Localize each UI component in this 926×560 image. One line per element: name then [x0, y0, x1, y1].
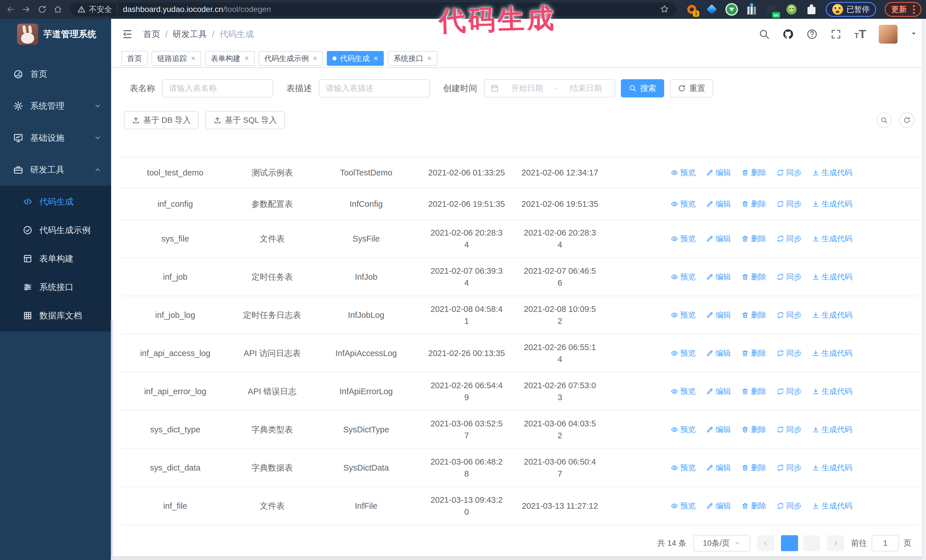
row-action-link[interactable]: 同步 [777, 271, 802, 283]
row-action-link[interactable]: 删除 [741, 233, 766, 245]
extension-columns-icon[interactable] [746, 4, 757, 15]
row-action-link[interactable]: 预览 [671, 424, 696, 436]
row-action-link[interactable]: 生成代码 [812, 500, 852, 512]
github-icon[interactable] [782, 29, 794, 40]
browser-menu-icon[interactable] [913, 5, 915, 14]
browser-home-icon[interactable] [52, 3, 64, 16]
row-action-link[interactable]: 编辑 [706, 500, 731, 512]
row-action-link[interactable]: 删除 [741, 167, 766, 179]
collapse-menu-icon[interactable] [121, 28, 133, 40]
row-action-link[interactable]: 同步 [777, 500, 802, 512]
font-size-icon[interactable]: TT [854, 28, 866, 40]
row-action-link[interactable]: 编辑 [706, 347, 731, 359]
close-icon[interactable]: × [427, 54, 432, 63]
sidebar-submenu-item[interactable]: 代码生成示例 [0, 216, 111, 245]
app-logo[interactable]: 芋道管理系统 [0, 19, 111, 50]
row-action-link[interactable]: 删除 [741, 347, 766, 359]
row-action-link[interactable]: 同步 [777, 167, 802, 179]
search-icon[interactable] [758, 29, 770, 40]
page-number-button[interactable] [781, 535, 798, 551]
row-action-link[interactable]: 编辑 [706, 233, 731, 245]
row-action-link[interactable]: 预览 [671, 271, 696, 283]
row-action-link[interactable]: 同步 [777, 198, 802, 210]
breadcrumb-section[interactable]: 研发工具 [172, 29, 207, 40]
sidebar-menu-item[interactable]: 研发工具 [0, 154, 111, 186]
row-action-link[interactable]: 预览 [671, 309, 696, 321]
page-number-button[interactable] [803, 535, 820, 551]
view-tab[interactable]: 代码生成示例 × [259, 51, 323, 66]
row-action-link[interactable]: 预览 [671, 233, 696, 245]
sidebar-submenu-item[interactable]: 数据库文档 [0, 301, 111, 330]
browser-scrollbar-horizontal[interactable] [111, 556, 922, 560]
extension-gem-icon[interactable] [706, 4, 717, 15]
view-tab[interactable]: 表单构建 × [205, 51, 255, 66]
close-icon[interactable]: × [191, 54, 195, 63]
row-action-link[interactable]: 同步 [777, 385, 802, 397]
row-action-link[interactable]: 删除 [741, 424, 766, 436]
next-page-button[interactable] [827, 535, 844, 551]
extension-puzzle-icon[interactable] [806, 4, 817, 15]
row-action-link[interactable]: 编辑 [706, 385, 731, 397]
breadcrumb-home[interactable]: 首页 [143, 29, 160, 40]
sidebar-scrollbar[interactable] [111, 319, 112, 560]
extension-orange-icon[interactable]: 1 [686, 4, 698, 15]
view-tab[interactable]: 链路追踪 × [151, 51, 201, 66]
row-action-link[interactable]: 删除 [741, 198, 766, 210]
row-action-link[interactable]: 同步 [777, 347, 802, 359]
sidebar-submenu-item[interactable]: 代码生成 [0, 187, 111, 216]
browser-scrollbar-vertical[interactable] [922, 19, 926, 560]
prev-page-button[interactable] [757, 535, 774, 551]
sidebar-menu-item[interactable]: 基础设施 [0, 122, 111, 154]
refresh-table-button[interactable] [899, 113, 915, 128]
row-action-link[interactable]: 编辑 [706, 424, 731, 436]
row-action-link[interactable]: 删除 [741, 271, 766, 283]
row-action-link[interactable]: 编辑 [706, 462, 731, 474]
extension-green-check-icon[interactable] [726, 4, 737, 15]
row-action-link[interactable]: 生成代码 [812, 309, 852, 321]
row-action-link[interactable]: 编辑 [706, 271, 731, 283]
goto-page-input[interactable] [872, 535, 899, 551]
bookmark-star-icon[interactable] [660, 4, 669, 15]
row-action-link[interactable]: 生成代码 [812, 167, 852, 179]
row-action-link[interactable]: 预览 [671, 198, 696, 210]
row-action-link[interactable]: 编辑 [706, 309, 731, 321]
view-tab[interactable]: 首页 × [121, 51, 148, 66]
page-size-select[interactable]: 10条/页 [693, 535, 750, 551]
import-from-db-button[interactable]: 基于 DB 导入 [124, 111, 198, 129]
close-icon[interactable]: × [244, 54, 249, 63]
row-action-link[interactable]: 预览 [671, 462, 696, 474]
view-tab[interactable]: 代码生成 × [327, 51, 384, 66]
row-action-link[interactable]: 生成代码 [812, 385, 852, 397]
row-action-link[interactable]: 预览 [671, 500, 696, 512]
import-from-sql-button[interactable]: 基于 SQL 导入 [206, 111, 285, 129]
table-desc-input[interactable] [319, 79, 430, 97]
row-action-link[interactable]: 同步 [777, 424, 802, 436]
user-avatar[interactable] [879, 25, 897, 44]
row-action-link[interactable]: 编辑 [706, 167, 731, 179]
row-action-link[interactable]: 删除 [741, 462, 766, 474]
table-name-input[interactable] [162, 79, 273, 97]
chevron-down-icon[interactable] [910, 30, 917, 38]
close-icon[interactable]: × [374, 54, 378, 63]
date-range-picker[interactable]: 开始日期 - 结束日期 [484, 79, 615, 97]
row-action-link[interactable]: 删除 [741, 309, 766, 321]
view-tab[interactable]: 系统接口 × [388, 51, 437, 66]
row-action-link[interactable]: 生成代码 [812, 271, 852, 283]
row-action-link[interactable]: 同步 [777, 462, 802, 474]
row-action-link[interactable]: 预览 [671, 385, 696, 397]
extension-monkey-icon[interactable] [786, 4, 797, 15]
end-date-placeholder[interactable]: 结束日期 [563, 83, 609, 94]
toggle-search-button[interactable] [876, 113, 892, 128]
browser-update-button[interactable]: 更新 [885, 2, 921, 17]
help-icon[interactable] [806, 29, 818, 40]
row-action-link[interactable]: 生成代码 [812, 347, 852, 359]
row-action-link[interactable]: 删除 [741, 385, 766, 397]
sidebar-menu-item[interactable]: 首页 [0, 58, 111, 90]
close-icon[interactable]: × [313, 54, 318, 63]
row-action-link[interactable]: 生成代码 [812, 233, 852, 245]
sidebar-submenu-item[interactable]: 表单构建 [0, 245, 111, 273]
reset-button[interactable]: 重置 [670, 79, 713, 97]
sidebar-submenu-item[interactable]: 系统接口 [0, 273, 111, 301]
row-action-link[interactable]: 生成代码 [812, 462, 852, 474]
extension-switch-icon[interactable]: on [766, 4, 777, 15]
